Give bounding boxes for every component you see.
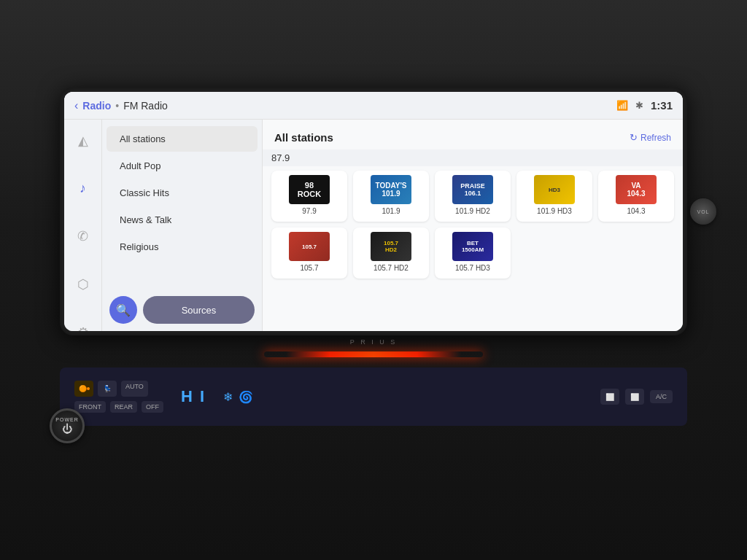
station-card-hd3gold[interactable]: HD3101.9 HD3 [516,171,592,222]
now-playing-freq: 87.9 [271,152,290,163]
station-card-1057[interactable]: 105.7105.7 [271,228,347,279]
music-icon[interactable]: ♪ [74,175,92,202]
bluetooth-icon: ✱ [635,100,643,111]
station-logo-va1043: VA 104.3 [616,175,657,204]
seat-cool-btn-1[interactable]: 💺 [98,381,117,397]
clock: 1:31 [651,99,673,112]
screen-label: P R I U S [350,338,397,346]
power-button[interactable]: POWER ⏻ [50,408,85,443]
station-card-1019[interactable]: TODAY'S 101.9101.9 [353,171,429,222]
station-logo-hd3gold: HD3 [534,175,575,204]
off-btn[interactable]: OFF [142,401,163,413]
station-freq-98rock: 97.9 [302,207,316,215]
breadcrumb: Radio • FM Radio [82,100,167,112]
station-grid: 98 ROCK97.9TODAY'S 101.9101.9PRAISE 106.… [263,166,683,283]
station-logo-bet: BET 1500AM [452,232,493,261]
back-button[interactable]: ‹ [74,99,78,112]
breadcrumb-sub: FM Radio [123,100,168,112]
front-btn[interactable]: FRONT [74,401,106,413]
power-label: POWER [55,417,78,422]
climate-panel: 🟠 💺 AUTO FRONT REAR OFF H I ❄ 🌀 ⬜ ⬜ A/C [60,368,687,426]
navigation-icon[interactable]: ◭ [72,127,94,155]
auto-btn[interactable]: AUTO [121,381,148,397]
station-logo-1057: 105.7 [289,232,330,261]
breadcrumb-radio: Radio [82,100,111,112]
category-religious[interactable]: Religious [107,234,258,260]
station-logo-98rock: 98 ROCK [289,175,330,204]
bottom-buttons: 🔍 Sources [102,289,262,331]
phone-icon[interactable]: ✆ [71,222,94,250]
station-freq-1057: 105.7 [300,264,318,272]
station-freq-1057hd2: 105.7 HD2 [374,264,409,272]
settings-icon[interactable]: ⚙ [71,319,95,331]
breadcrumb-dot: • [115,100,119,112]
station-freq-praise: 101.9 HD2 [455,207,490,215]
right-panel: All stations ↻ Refresh 87.9 98 ROCK97.9T… [263,92,683,331]
now-playing-row: 87.9 [263,149,683,166]
below-screen: P R I U S [60,338,687,363]
climate-right-controls: ⬜ ⬜ A/C [600,389,673,405]
no-signal-icon: 📶 [616,100,628,111]
search-button[interactable]: 🔍 [109,296,137,324]
defrost-front-btn[interactable]: ⬜ [600,389,619,405]
power-icon: ⏻ [62,423,72,435]
station-freq-hd3gold: 101.9 HD3 [537,207,572,215]
volume-knob[interactable]: VOL [690,198,716,225]
fan-controls: ❄ 🌀 [223,390,253,404]
climate-left-controls: 🟠 💺 AUTO FRONT REAR OFF [74,381,163,413]
ac-button[interactable]: A/C [650,390,673,403]
status-bar: 📶 ✱ 1:31 [616,99,673,112]
right-title: All stations [274,131,333,144]
temperature-display: H I [181,387,206,406]
station-logo-1057hd2: 105.7 HD2 [371,232,411,261]
station-card-98rock[interactable]: 98 ROCK97.9 [271,171,347,222]
station-logo-1019: TODAY'S 101.9 [371,175,411,204]
category-classic-hits[interactable]: Classic Hits [107,180,258,206]
rear-btn[interactable]: REAR [110,401,137,413]
refresh-button[interactable]: ↻ Refresh [630,132,671,143]
fan-icon: ❄ [223,390,233,404]
ambient-light-bar [264,351,483,357]
category-news-talk[interactable]: News & Talk [107,207,258,233]
right-header: All stations ↻ Refresh [263,125,683,149]
seat-heat-btn-1[interactable]: 🟠 [74,381,93,397]
refresh-label: Refresh [640,133,671,143]
sources-button[interactable]: Sources [143,296,255,324]
car-icon[interactable]: ⬡ [71,271,95,298]
station-freq-1019: 101.9 [382,207,400,215]
sidebar-icons: ◭ ♪ ✆ ⬡ ⚙ [64,92,102,331]
station-freq-va1043: 104.3 [627,207,645,215]
station-card-bet[interactable]: BET 1500AM105.7 HD3 [435,228,511,279]
station-freq-bet: 105.7 HD3 [455,264,490,272]
refresh-icon: ↻ [630,132,638,143]
defrost-front-icon: ⬜ [600,389,619,405]
station-card-va1043[interactable]: VA 104.3104.3 [598,171,674,222]
screen-content: ‹ Radio • FM Radio 📶 ✱ 1:31 ◭ ♪ ✆ ⬡ ⚙ [64,92,683,331]
climate-row-2: FRONT REAR OFF [74,401,163,413]
infotainment-screen: ‹ Radio • FM Radio 📶 ✱ 1:31 ◭ ♪ ✆ ⬡ ⚙ [60,88,687,335]
defrost-rear-btn[interactable]: ⬜ [625,389,644,405]
defrost-rear-icon: ⬜ [625,389,644,405]
station-card-praise[interactable]: PRAISE 106.1101.9 HD2 [435,171,511,222]
station-card-1057hd2[interactable]: 105.7 HD2105.7 HD2 [353,228,429,279]
fan-icon2: 🌀 [239,390,253,404]
top-bar: ‹ Radio • FM Radio 📶 ✱ 1:31 [64,92,683,120]
station-logo-praise: PRAISE 106.1 [452,175,493,204]
category-adult-pop[interactable]: Adult Pop [107,153,258,179]
left-panel: All stations Adult Pop Classic Hits News… [102,92,263,331]
category-all-stations[interactable]: All stations [107,126,258,152]
climate-row-1: 🟠 💺 AUTO [74,381,163,397]
